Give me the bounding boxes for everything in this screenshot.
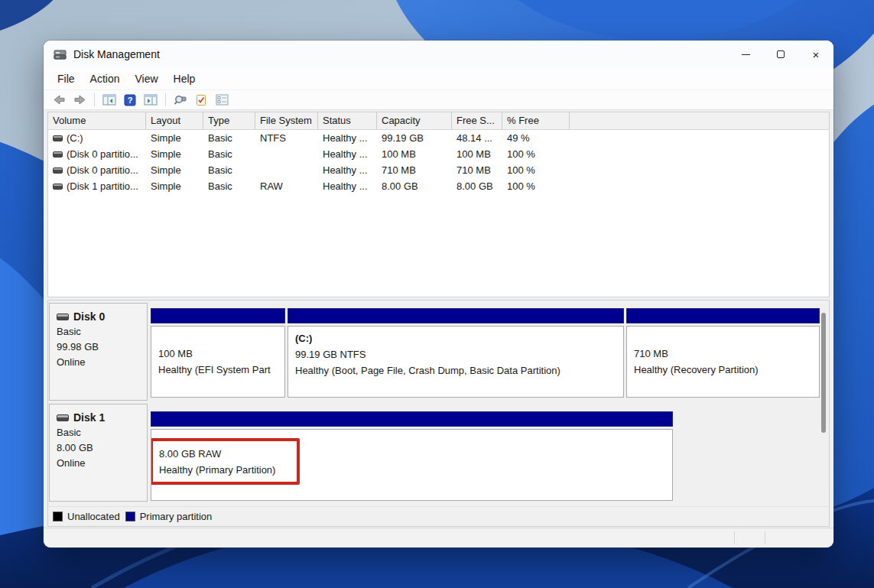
check-document-icon[interactable] [193, 92, 210, 108]
cell-status: Healthy ... [318, 164, 377, 176]
cell-free: 710 MB [452, 164, 502, 176]
show-action-pane-icon[interactable] [142, 92, 159, 108]
cell-pct: 49 % [502, 132, 570, 144]
partition-color-bar [151, 308, 285, 323]
volume-row-c[interactable]: (C:) Simple Basic NTFS Healthy ... 99.19… [48, 130, 829, 146]
column-header-status[interactable]: Status [318, 112, 377, 129]
disk-size: 99.98 GB [57, 339, 147, 355]
cell-type: Basic [203, 148, 255, 160]
cell-layout: Simple [146, 132, 203, 144]
cell-pct: 100 % [502, 164, 570, 176]
menu-file[interactable]: File [50, 70, 83, 87]
back-icon[interactable] [50, 92, 67, 108]
partition-size: 99.19 GB NTFS [295, 346, 623, 362]
partition-status: Healthy (Recovery Partition) [634, 362, 819, 378]
graphical-view-panel: Disk 0 Basic 99.98 GB Online 100 MB Heal… [47, 300, 830, 506]
svg-text:?: ? [128, 96, 133, 105]
partition-disk0-c[interactable]: (C:) 99.19 GB NTFS Healthy (Boot, Page F… [288, 308, 624, 398]
partition-color-bar [288, 308, 624, 323]
cell-free: 48.14 ... [452, 132, 502, 144]
partition-color-bar [626, 308, 820, 323]
cell-volume: (Disk 1 partitio... [67, 180, 138, 192]
disk-status: Online [57, 456, 147, 471]
partition-disk0-recovery[interactable]: 710 MB Healthy (Recovery Partition) [626, 308, 820, 398]
titlebar: Disk Management × [44, 41, 833, 68]
cell-type: Basic [203, 180, 255, 192]
column-header-volume[interactable]: Volume [48, 112, 146, 129]
cell-free: 100 MB [452, 148, 502, 160]
disk0-label[interactable]: Disk 0 Basic 99.98 GB Online [49, 303, 148, 401]
disk-management-window: Disk Management × File Action View Help … [44, 41, 833, 547]
cell-fs: NTFS [255, 132, 318, 144]
cell-status: Healthy ... [318, 148, 377, 160]
statusbar-divider [734, 531, 735, 544]
minimize-button[interactable] [728, 41, 763, 68]
cell-type: Basic [203, 132, 255, 144]
partition-size: 710 MB [634, 346, 819, 362]
primary-partition-swatch [125, 512, 135, 521]
partition-size: 8.00 GB RAW [159, 446, 672, 462]
cell-volume: (Disk 0 partitio... [67, 148, 138, 160]
maximize-icon [777, 50, 785, 58]
cell-type: Basic [203, 164, 255, 176]
partition-status: Healthy (Boot, Page File, Crash Dump, Ba… [295, 362, 623, 378]
partition-status: Healthy (EFI System Part [158, 362, 284, 378]
cell-capacity: 99.19 GB [377, 132, 452, 144]
statusbar [44, 528, 833, 547]
disk-name: Disk 0 [73, 309, 105, 324]
partition-disk0-efi[interactable]: 100 MB Healthy (EFI System Part [151, 308, 285, 398]
cell-layout: Simple [146, 164, 203, 176]
forward-icon[interactable] [71, 92, 88, 108]
column-header-file-system[interactable]: File System [255, 112, 318, 129]
checklist-icon[interactable] [213, 92, 230, 108]
volume-row-disk0-p2[interactable]: (Disk 0 partitio... Simple Basic Healthy… [48, 162, 829, 178]
disk-name: Disk 1 [73, 410, 105, 425]
cell-status: Healthy ... [318, 132, 377, 144]
legend-label: Primary partition [140, 511, 213, 522]
disk-type: Basic [57, 324, 147, 339]
scrollbar-thumb[interactable] [821, 313, 826, 433]
disk-icon [57, 414, 69, 421]
disk-icon [57, 313, 69, 320]
column-header-pct-free[interactable]: % Free [502, 112, 570, 129]
legend-item-primary-partition: Primary partition [125, 511, 213, 522]
column-header-type[interactable]: Type [203, 112, 255, 129]
volume-icon [53, 151, 63, 158]
volume-icon [53, 135, 63, 141]
legend-label: Unallocated [67, 511, 120, 522]
cell-pct: 100 % [502, 148, 570, 160]
show-console-tree-icon[interactable] [101, 92, 118, 108]
legend-item-unallocated: Unallocated [53, 511, 120, 522]
menu-action[interactable]: Action [83, 70, 128, 87]
close-icon: × [813, 49, 820, 60]
cell-pct: 100 % [502, 180, 570, 192]
menu-help[interactable]: Help [166, 70, 203, 87]
close-button[interactable]: × [798, 41, 833, 68]
column-header-filler [570, 112, 829, 129]
volume-row-disk1-p1[interactable]: (Disk 1 partitio... Simple Basic RAW Hea… [48, 178, 829, 194]
unallocated-swatch [53, 512, 63, 521]
cell-volume: (Disk 0 partitio... [67, 164, 138, 176]
column-header-capacity[interactable]: Capacity [377, 112, 452, 129]
disk-management-icon[interactable] [54, 49, 67, 60]
volume-icon [53, 167, 63, 174]
menubar: File Action View Help [44, 68, 833, 89]
partition-title: (C:) [295, 330, 623, 346]
disk-type: Basic [57, 425, 147, 440]
partition-size: 100 MB [158, 346, 284, 362]
legend: Unallocated Primary partition [47, 506, 830, 527]
column-header-layout[interactable]: Layout [146, 112, 203, 129]
disk1-label[interactable]: Disk 1 Basic 8.00 GB Online [49, 404, 148, 502]
help-icon[interactable]: ? [122, 92, 138, 108]
column-header-free-space[interactable]: Free S... [452, 112, 502, 129]
cell-capacity: 710 MB [377, 164, 452, 176]
maximize-button[interactable] [763, 41, 798, 68]
partition-disk1-raw[interactable]: 8.00 GB RAW Healthy (Primary Partition) [151, 411, 673, 501]
menu-view[interactable]: View [127, 70, 165, 87]
volume-row-disk0-p1[interactable]: (Disk 0 partitio... Simple Basic Healthy… [48, 146, 829, 162]
vertical-scrollbar[interactable] [820, 308, 827, 499]
magnifier-icon[interactable] [172, 92, 189, 108]
volume-list-panel: Volume Layout Type File System Status Ca… [47, 112, 830, 297]
statusbar-divider [765, 531, 765, 544]
toolbar-separator [94, 93, 95, 106]
